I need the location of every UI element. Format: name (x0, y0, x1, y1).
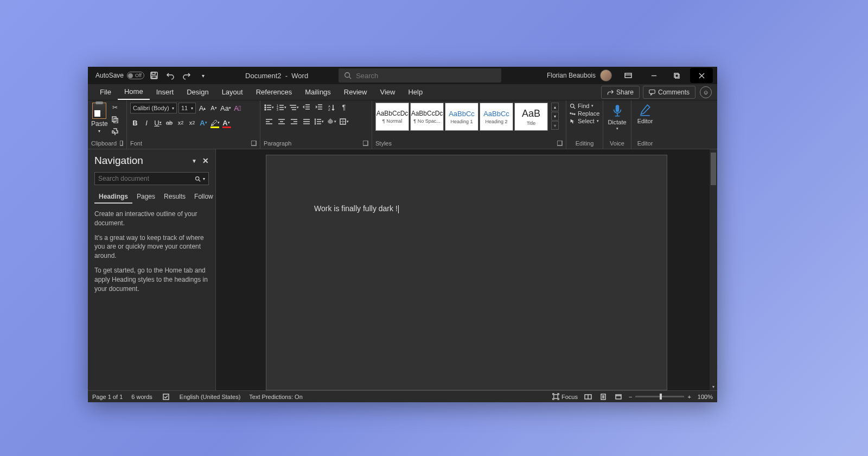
grow-font-icon[interactable]: A▴ (197, 103, 207, 113)
tab-review[interactable]: Review (337, 85, 374, 99)
nav-search-input[interactable] (98, 175, 193, 182)
tab-home[interactable]: Home (118, 84, 150, 100)
zoom-slider[interactable] (635, 396, 684, 397)
document-area[interactable]: Work is finally fully dark ! ▾ (216, 149, 717, 390)
borders-icon[interactable]: ▾ (339, 117, 349, 126)
scrollbar-thumb[interactable] (711, 153, 716, 185)
strikethrough-button[interactable]: ab (164, 118, 174, 128)
tab-references[interactable]: References (250, 85, 298, 99)
tab-design[interactable]: Design (180, 85, 215, 99)
superscript-button[interactable]: x2 (187, 118, 197, 128)
redo-icon[interactable] (180, 69, 193, 82)
zoom-in-button[interactable]: + (687, 394, 691, 400)
find-button[interactable]: Find▾ (570, 103, 599, 109)
align-center-icon[interactable] (276, 117, 287, 126)
font-name-select[interactable]: Calibri (Body)▾ (130, 103, 177, 113)
style-nospacing[interactable]: AaBbCcDc¶ No Spac... (410, 103, 444, 131)
bullets-icon[interactable]: ▾ (264, 103, 275, 112)
font-size-select[interactable]: 11▾ (178, 103, 196, 113)
underline-button[interactable]: U▾ (153, 118, 163, 128)
autosave-toggle[interactable]: AutoSave Off (95, 72, 144, 79)
select-button[interactable]: Select▾ (570, 118, 599, 124)
nav-tab-follow[interactable]: Follow (190, 191, 218, 204)
nav-tab-results[interactable]: Results (159, 191, 190, 204)
print-layout-icon[interactable] (598, 392, 608, 402)
search-box[interactable] (339, 68, 501, 83)
clear-format-icon[interactable]: A⃠ (233, 103, 242, 113)
bold-button[interactable]: B (130, 118, 140, 128)
tab-layout[interactable]: Layout (215, 85, 250, 99)
multilevel-icon[interactable]: ▾ (289, 103, 299, 112)
style-title[interactable]: AaBTitle (514, 103, 548, 131)
nav-close-icon[interactable]: ✕ (202, 156, 209, 165)
paste-button[interactable]: Paste ▾ (91, 103, 108, 134)
nav-dropdown-icon[interactable]: ▼ (192, 158, 197, 164)
italic-button[interactable]: I (142, 118, 151, 128)
read-mode-icon[interactable] (583, 392, 593, 402)
styles-launcher[interactable] (557, 141, 563, 146)
scroll-down-icon[interactable]: ▾ (710, 383, 717, 390)
style-normal[interactable]: AaBbCcDc¶ Normal (375, 103, 409, 131)
copy-icon[interactable] (110, 115, 120, 124)
font-color-button[interactable]: A▾ (221, 118, 231, 128)
styles-down-icon[interactable]: ▾ (551, 112, 559, 121)
document-page[interactable]: Work is finally fully dark ! (266, 155, 667, 390)
web-layout-icon[interactable] (614, 392, 623, 402)
comments-button[interactable]: Comments (643, 86, 695, 99)
dictate-button[interactable]: Dictate▾ (604, 103, 629, 132)
undo-icon[interactable] (164, 69, 177, 82)
qat-more-icon[interactable]: ▾ (196, 69, 209, 82)
style-heading2[interactable]: AaBbCcHeading 2 (480, 103, 513, 131)
ribbon-display-icon[interactable] (622, 69, 635, 82)
clipboard-launcher[interactable] (120, 141, 123, 146)
tab-file[interactable]: File (93, 85, 118, 99)
vertical-scrollbar[interactable]: ▾ (710, 149, 717, 390)
tab-insert[interactable]: Insert (150, 85, 181, 99)
paragraph-launcher[interactable] (363, 141, 368, 146)
line-spacing-icon[interactable]: ▾ (314, 117, 324, 126)
nav-tab-pages[interactable]: Pages (132, 191, 159, 204)
status-page[interactable]: Page 1 of 1 (92, 394, 123, 400)
maximize-button[interactable] (665, 68, 688, 83)
subscript-button[interactable]: x2 (176, 118, 186, 128)
sort-icon[interactable]: AZ (326, 103, 337, 112)
tab-view[interactable]: View (373, 85, 401, 99)
nav-search-box[interactable]: ▾ (94, 172, 209, 185)
search-input[interactable] (356, 72, 496, 80)
minimize-button[interactable] (642, 68, 665, 83)
show-marks-icon[interactable]: ¶ (339, 103, 349, 112)
styles-more-icon[interactable]: ▿ (551, 121, 559, 130)
decrease-indent-icon[interactable] (301, 103, 312, 112)
format-painter-icon[interactable] (110, 126, 120, 136)
status-language[interactable]: English (United States) (180, 394, 241, 400)
align-right-icon[interactable] (289, 117, 299, 126)
feedback-icon[interactable]: ☺ (700, 86, 712, 98)
user-account[interactable]: Florian Beaubois (547, 69, 612, 81)
justify-icon[interactable] (301, 117, 312, 126)
align-left-icon[interactable] (264, 117, 275, 126)
editor-button[interactable]: Editor (634, 103, 656, 125)
nav-search-options-icon[interactable]: ▾ (203, 176, 205, 181)
zoom-level[interactable]: 100% (698, 394, 713, 400)
change-case-icon[interactable]: Aa▾ (220, 103, 231, 113)
spellcheck-icon[interactable] (161, 392, 171, 402)
close-button[interactable] (690, 68, 713, 83)
status-words[interactable]: 6 words (131, 394, 152, 400)
share-button[interactable]: Share (601, 86, 640, 99)
increase-indent-icon[interactable] (314, 103, 324, 112)
save-icon[interactable] (148, 69, 161, 82)
styles-up-icon[interactable]: ▴ (551, 103, 559, 111)
highlight-button[interactable]: 🖊▾ (210, 118, 220, 128)
shrink-font-icon[interactable]: A▾ (209, 103, 219, 113)
tab-help[interactable]: Help (401, 85, 429, 99)
replace-button[interactable]: Replace (570, 110, 599, 117)
font-launcher[interactable] (251, 141, 257, 146)
status-predictions[interactable]: Text Predictions: On (249, 394, 302, 400)
style-heading1[interactable]: AaBbCcHeading 1 (445, 103, 478, 131)
zoom-out-button[interactable]: − (629, 394, 632, 400)
nav-tab-headings[interactable]: Headings (94, 191, 132, 204)
tab-mailings[interactable]: Mailings (298, 85, 337, 99)
focus-button[interactable]: Focus (552, 393, 578, 400)
document-text[interactable]: Work is finally fully dark ! (314, 204, 399, 213)
numbering-icon[interactable]: 123▾ (276, 103, 287, 112)
